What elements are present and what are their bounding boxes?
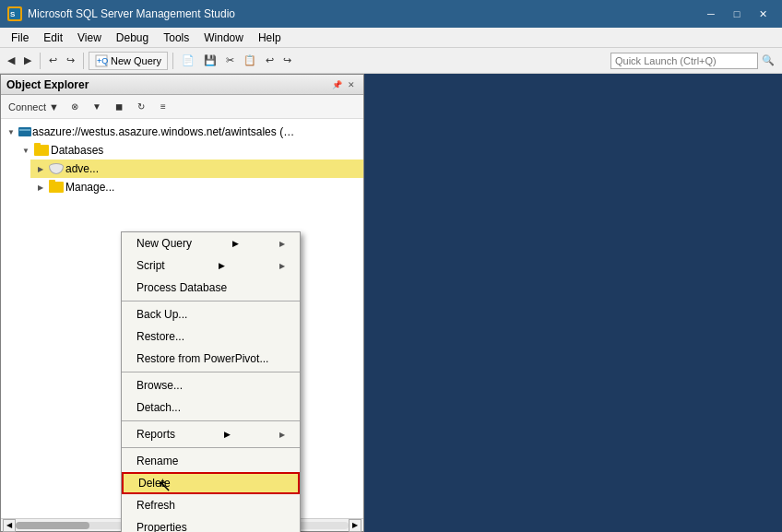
menu-debug[interactable]: Debug (109, 30, 156, 46)
server-node[interactable]: ▼ asazure://westus.asazure.windows.net/a… (1, 123, 363, 141)
search-button[interactable]: 🔍 (758, 51, 778, 71)
app-icon: S (7, 6, 22, 21)
db-icon (49, 163, 64, 174)
filter-button[interactable]: ▼ (87, 98, 107, 116)
toolbar-separator-1 (40, 53, 41, 69)
ctx-process-database[interactable]: Process Database (122, 277, 300, 299)
menu-help[interactable]: Help (251, 30, 289, 46)
submenu-arrow-3: ▶ (224, 430, 231, 439)
menu-window[interactable]: Window (196, 30, 251, 46)
toolbar-separator-2 (83, 53, 84, 69)
oe-pin-button[interactable]: 📌 (330, 78, 343, 91)
oe-title-bar: Object Explorer 📌 ✕ (1, 75, 363, 95)
scroll-left-button[interactable]: ◀ (3, 519, 16, 532)
ctx-properties[interactable]: Properties (122, 516, 300, 532)
main-area: Object Explorer 📌 ✕ Connect ▼ ⊗ ▼ ◼ ↻ ≡ … (0, 74, 782, 532)
svg-rect-4 (18, 127, 31, 136)
title-bar: S Microsoft SQL Server Management Studio… (0, 0, 782, 28)
submenu-arrow-2: ▶ (219, 261, 225, 270)
menu-tools[interactable]: Tools (156, 30, 196, 46)
content-area (364, 74, 782, 532)
expand-icon-adve: ▶ (34, 162, 47, 175)
ctx-sep-1 (122, 301, 300, 301)
forward-button[interactable]: ▶ (20, 51, 35, 71)
close-button[interactable]: ✕ (751, 5, 775, 23)
tb-icon1[interactable]: 📄 (178, 51, 198, 71)
stop-button[interactable]: ◼ (109, 98, 129, 116)
quick-launch-input[interactable] (610, 53, 758, 69)
adve-label: adve... (65, 162, 99, 175)
ctx-restore[interactable]: Restore... (122, 325, 300, 348)
tb-icon4[interactable]: 📋 (240, 51, 260, 71)
app-title: Microsoft SQL Server Management Studio (28, 7, 235, 20)
redo-button[interactable]: ↪ (63, 51, 78, 71)
svg-text:+Q: +Q (97, 56, 108, 65)
window-controls: ─ □ ✕ (699, 5, 775, 23)
scroll-right-button[interactable]: ▶ (349, 519, 361, 532)
manage-label: Manage... (65, 181, 114, 194)
ctx-delete[interactable]: Delete (122, 472, 300, 494)
new-query-icon: +Q (95, 54, 108, 67)
manage-node[interactable]: ▶ Manage... (30, 178, 363, 196)
oe-close-button[interactable]: ✕ (345, 78, 358, 91)
ctx-sep-3 (122, 420, 300, 421)
oe-title: Object Explorer (6, 78, 89, 91)
minimize-button[interactable]: ─ (699, 5, 723, 23)
ctx-browse[interactable]: Browse... (122, 374, 300, 396)
new-query-label: New Query (111, 55, 161, 66)
menu-bar: File Edit View Debug Tools Window Help (0, 28, 782, 48)
menu-edit[interactable]: Edit (36, 30, 70, 46)
ctx-restore-powerpivot[interactable]: Restore from PowerPivot... (122, 348, 300, 370)
ctx-sep-4 (122, 447, 300, 448)
expand-icon-db: ▼ (19, 144, 32, 157)
ctx-sep-2 (122, 372, 300, 372)
svg-rect-5 (19, 129, 30, 131)
oe-controls: 📌 ✕ (330, 78, 358, 91)
expand-icon-manage: ▶ (34, 181, 47, 194)
refresh-button[interactable]: ↻ (131, 98, 151, 116)
tb-icon3[interactable]: ✂ (222, 51, 238, 71)
summary-button[interactable]: ≡ (153, 98, 173, 116)
toolbar: ◀ ▶ ↩ ↪ +Q New Query 📄 💾 ✂ 📋 ↩ ↪ 🔍 (0, 48, 782, 74)
server-label: asazure://westus.asazure.windows.net/awi… (32, 125, 300, 138)
new-query-button[interactable]: +Q New Query (89, 52, 168, 70)
ctx-reports[interactable]: Reports ▶ (122, 423, 300, 445)
scrollbar-thumb (16, 522, 89, 529)
connect-button[interactable]: Connect ▼ (5, 98, 63, 116)
folder-icon-2 (49, 182, 64, 193)
submenu-arrow: ▶ (232, 239, 239, 248)
ctx-detach[interactable]: Detach... (122, 396, 300, 419)
ctx-backup[interactable]: Back Up... (122, 303, 300, 325)
databases-node[interactable]: ▼ Databases (16, 141, 363, 160)
toolbar-separator-3 (172, 53, 173, 69)
context-menu: New Query ▶ Script ▶ Process Database Ba… (121, 231, 301, 532)
ctx-rename[interactable]: Rename (122, 450, 300, 472)
databases-label: Databases (51, 144, 103, 157)
ctx-script[interactable]: Script ▶ (122, 254, 300, 277)
quick-launch-area: 🔍 (610, 51, 778, 71)
back-button[interactable]: ◀ (4, 51, 18, 71)
oe-toolbar: Connect ▼ ⊗ ▼ ◼ ↻ ≡ (1, 95, 363, 119)
ctx-refresh[interactable]: Refresh (122, 494, 300, 516)
folder-icon (34, 145, 49, 156)
menu-file[interactable]: File (4, 30, 36, 46)
tb-icon6[interactable]: ↪ (279, 51, 295, 71)
tb-icon2[interactable]: 💾 (200, 51, 220, 71)
disconnect-button[interactable]: ⊗ (65, 98, 85, 116)
expand-icon: ▼ (5, 125, 18, 138)
tb-icon5[interactable]: ↩ (262, 51, 278, 71)
object-explorer: Object Explorer 📌 ✕ Connect ▼ ⊗ ▼ ◼ ↻ ≡ … (0, 74, 364, 532)
ctx-new-query[interactable]: New Query ▶ (122, 232, 300, 254)
adve-node[interactable]: ▶ adve... (30, 160, 363, 178)
server-icon (18, 125, 32, 138)
svg-text:S: S (10, 10, 16, 18)
undo-button[interactable]: ↩ (45, 51, 61, 71)
menu-view[interactable]: View (70, 30, 109, 46)
maximize-button[interactable]: □ (725, 5, 749, 23)
